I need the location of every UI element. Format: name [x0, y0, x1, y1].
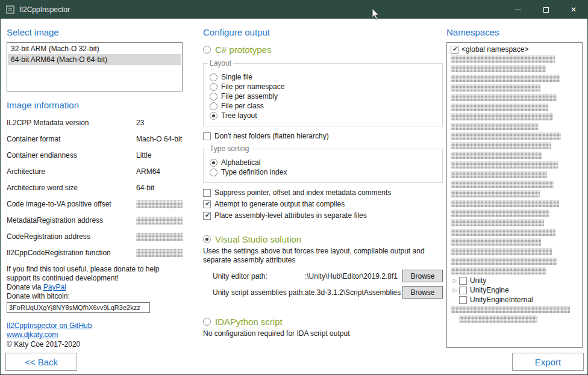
namespace-row[interactable]: [451, 160, 582, 170]
namespaces-tree[interactable]: <global namespace>▷Unity▷UnityEngineUnit…: [446, 42, 583, 348]
namespace-row[interactable]: UnityEngineInternal: [451, 295, 582, 305]
image-info-row: Container endiannessLittle: [7, 151, 183, 160]
website-link[interactable]: www.djkaty.com: [7, 330, 183, 339]
checkbox-label: Attempt to generate output that compiles: [214, 200, 345, 208]
unity-script-assemblies-value[interactable]: ate.3d-3.1.2\ScriptAssemblies: [305, 288, 402, 297]
namespace-row[interactable]: ▷UnityEngine: [451, 285, 582, 295]
namespace-row[interactable]: [451, 237, 582, 247]
namespace-row[interactable]: [451, 189, 582, 199]
image-list-item[interactable]: 64-bit ARM64 (Mach-O 64-bit): [8, 54, 181, 65]
namespaces-heading: Namespaces: [446, 27, 583, 37]
image-info-label: Container format: [7, 135, 136, 143]
namespace-row[interactable]: [451, 228, 582, 237]
image-info-row: Container formatMach-O 64-bit: [7, 135, 183, 143]
namespace-row[interactable]: [451, 112, 582, 122]
namespace-row[interactable]: [451, 122, 582, 131]
copyright-text: © Katy Coe 2017-2020: [7, 340, 183, 349]
redacted-namespace: [451, 75, 560, 82]
layout-option-file-per-assembly[interactable]: File per assembly: [210, 92, 436, 101]
minimize-button[interactable]: [504, 1, 532, 19]
layout-option-file-per-namespace[interactable]: File per namespace: [210, 82, 436, 91]
layout-option-file-per-class[interactable]: File per class: [210, 102, 436, 110]
namespace-row[interactable]: [451, 54, 582, 64]
layout-option-single-file[interactable]: Single file: [210, 73, 436, 81]
image-list-item[interactable]: 32-bit ARM (Mach-O 32-bit): [8, 43, 181, 54]
donate-via-text: Donate via: [7, 283, 43, 291]
namespace-row[interactable]: [451, 314, 582, 324]
image-info-row: CodeRegistration address: [7, 232, 183, 241]
namespace-row[interactable]: [451, 199, 582, 208]
paypal-link[interactable]: PayPal: [43, 283, 66, 291]
layout-groupbox: Layout Single file File per namespace Fi…: [203, 63, 443, 126]
expander-icon[interactable]: ▷: [451, 287, 459, 293]
namespace-checkbox[interactable]: [459, 287, 467, 294]
namespace-checkbox[interactable]: [459, 296, 467, 304]
namespace-row[interactable]: [451, 247, 582, 256]
redacted-namespace: [451, 190, 540, 197]
type-sorting-groupbox: Type sorting Alphabetical Type definitio…: [203, 149, 443, 183]
github-link[interactable]: Il2CppInspector on GitHub: [7, 321, 183, 330]
configure-output-heading: Configure output: [203, 27, 443, 37]
redacted-namespace: [451, 55, 555, 63]
image-info-value: 64-bit: [136, 184, 154, 192]
close-button[interactable]: ✕: [560, 1, 587, 19]
unity-editor-browse-button[interactable]: Browse: [402, 270, 443, 282]
flatten-hierarchy-checkbox[interactable]: Don't nest folders (flatten hierarchy): [203, 132, 443, 140]
sorting-option-type-definition-index[interactable]: Type definition index: [210, 168, 436, 176]
suppress-metadata-comments-checkbox[interactable]: Suppress pointer, offset and index metad…: [203, 188, 443, 197]
unity-editor-path-value[interactable]: :\Unity\Hub\Editor\2019.2.8f1: [267, 272, 402, 280]
namespace-row[interactable]: [451, 141, 582, 150]
checkbox-icon: [203, 200, 211, 208]
namespace-row[interactable]: <global namespace>: [451, 45, 582, 54]
select-image-heading: Select image: [7, 27, 183, 37]
namespace-row[interactable]: [451, 170, 582, 179]
window-controls: ✕: [504, 1, 587, 19]
visual-studio-description: Uses the settings above but forces tree …: [203, 247, 434, 265]
redacted-namespace: [459, 315, 537, 323]
titlebar[interactable]: Il2CppInspector ✕: [1, 1, 587, 19]
visual-studio-solution-radio[interactable]: Visual Studio solution: [203, 234, 443, 244]
namespace-row[interactable]: [451, 93, 582, 102]
layout-option-tree-layout[interactable]: Tree layout: [210, 111, 436, 120]
expander-icon[interactable]: ▷: [451, 277, 459, 284]
namespace-row[interactable]: [451, 73, 582, 83]
namespace-row[interactable]: [451, 305, 582, 314]
namespace-row[interactable]: [451, 131, 582, 141]
option-label: File per assembly: [221, 92, 278, 101]
namespace-row[interactable]: [451, 218, 582, 228]
image-info-label: Il2CppCodeRegistration function: [7, 249, 136, 257]
maximize-icon: [543, 7, 549, 13]
namespace-checkbox[interactable]: [451, 46, 458, 54]
redacted-namespace: [451, 84, 540, 91]
export-button[interactable]: Export: [512, 353, 584, 371]
back-button[interactable]: << Back: [5, 353, 77, 371]
namespace-row[interactable]: [451, 83, 582, 93]
redacted-namespace: [451, 209, 549, 217]
unity-script-assemblies-browse-button[interactable]: Browse: [402, 286, 443, 299]
namespace-row[interactable]: [451, 64, 582, 73]
image-info-value: Little: [136, 151, 151, 160]
idapython-script-radio[interactable]: IDAPython script: [203, 317, 443, 327]
redacted-namespace: [451, 142, 551, 149]
assembly-attributes-separate-files-checkbox[interactable]: Place assembly-level attributes in separ…: [203, 211, 443, 220]
bitcoin-address-input[interactable]: [7, 302, 150, 313]
redacted-namespace: [451, 94, 557, 101]
radio-icon: [210, 93, 217, 101]
csharp-prototypes-radio[interactable]: C# prototypes: [203, 45, 443, 55]
namespace-row[interactable]: ▷Unity: [451, 276, 582, 285]
sorting-option-alphabetical[interactable]: Alphabetical: [210, 158, 436, 167]
namespace-row[interactable]: [451, 179, 582, 189]
namespace-row[interactable]: [451, 256, 582, 266]
generate-compilable-output-checkbox[interactable]: Attempt to generate output that compiles: [203, 200, 443, 208]
unity-editor-path-label: Unity editor path:: [213, 272, 267, 280]
type-sorting-group-title: Type sorting: [208, 144, 251, 153]
unity-editor-path-row: Unity editor path: :\Unity\Hub\Editor\20…: [213, 270, 443, 282]
maximize-button[interactable]: [532, 1, 560, 19]
image-listbox[interactable]: 32-bit ARM (Mach-O 32-bit)64-bit ARM64 (…: [7, 42, 183, 91]
namespace-label: UnityEngineInternal: [470, 296, 533, 304]
namespace-row[interactable]: [451, 208, 582, 218]
namespace-row[interactable]: [451, 150, 582, 160]
namespace-row[interactable]: [451, 266, 582, 276]
namespace-checkbox[interactable]: [459, 277, 467, 285]
namespace-row[interactable]: [451, 102, 582, 112]
